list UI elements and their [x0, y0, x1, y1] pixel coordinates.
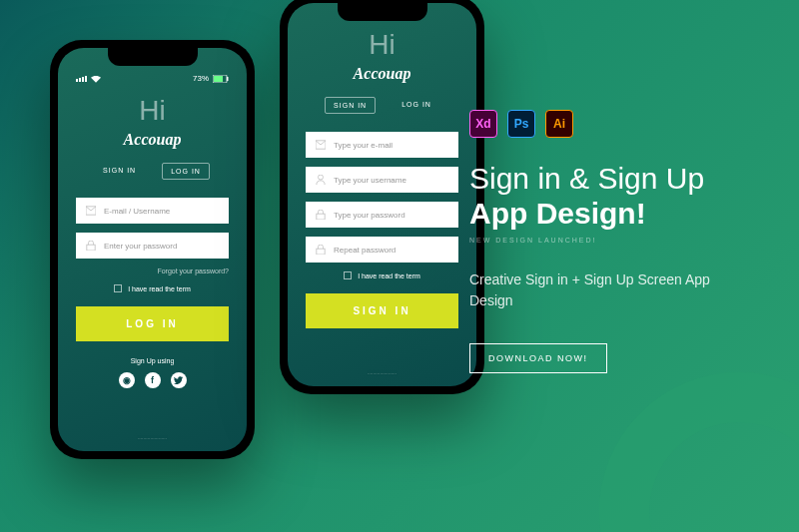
auth-tabs: SIGN IN LOG IN — [306, 97, 458, 114]
download-button[interactable]: DOWNLOAD NOW! — [469, 343, 607, 373]
brand-logo: Accouap — [76, 131, 229, 149]
terms-label: I have read the term — [128, 285, 191, 292]
email-placeholder: E-mail / Username — [104, 207, 170, 216]
description: Creative Sign in + Sign Up Screen App De… — [469, 269, 749, 311]
signup-email-field[interactable]: Type your e-mail — [306, 132, 458, 158]
greeting: Hi — [306, 29, 458, 61]
phone-login: 73% Hi Accouap SIGN IN LOG IN E-mail / U… — [50, 40, 255, 459]
brand-logo: Accouap — [306, 65, 458, 83]
battery-percent: 73% — [193, 74, 209, 83]
terms-checkbox[interactable] — [114, 284, 122, 292]
svg-rect-4 — [87, 245, 95, 251]
auth-tabs: SIGN IN LOG IN — [76, 163, 229, 180]
signup-screen: Hi Accouap SIGN IN LOG IN Type your e-ma… — [288, 3, 476, 386]
twitter-icon[interactable] — [171, 372, 187, 388]
password-field[interactable]: Enter your password — [76, 233, 229, 259]
instagram-icon[interactable]: ◉ — [119, 372, 135, 388]
signup-username-field[interactable]: Type your username — [306, 167, 458, 193]
footer-text: ····················· — [58, 435, 247, 441]
forgot-password-link[interactable]: Forgot your password? — [76, 267, 229, 274]
footer-text: ····················· — [288, 370, 476, 376]
tab-login[interactable]: LOG IN — [394, 97, 439, 114]
phone-mockups: 73% Hi Accouap SIGN IN LOG IN E-mail / U… — [50, 40, 484, 459]
terms-row: I have read the term — [306, 271, 458, 279]
svg-rect-8 — [317, 249, 325, 255]
greeting: Hi — [76, 95, 229, 127]
phone-notch — [108, 48, 198, 66]
lock-icon — [316, 245, 326, 255]
battery-icon — [213, 75, 229, 83]
placeholder: Type your password — [334, 211, 405, 220]
email-field[interactable]: E-mail / Username — [76, 198, 229, 224]
promo-content: Xd Ps Ai Sign in & Sign Up App Design! N… — [469, 110, 749, 373]
placeholder: Type your e-mail — [334, 141, 393, 150]
app-format-icons: Xd Ps Ai — [469, 110, 749, 138]
terms-checkbox[interactable] — [344, 271, 352, 279]
mail-icon — [316, 140, 326, 150]
headline-line1: Sign in & Sign Up — [469, 162, 704, 195]
adobe-ai-icon: Ai — [545, 110, 573, 138]
adobe-ps-icon: Ps — [507, 110, 535, 138]
phone-signup: Hi Accouap SIGN IN LOG IN Type your e-ma… — [280, 0, 484, 394]
login-screen: 73% Hi Accouap SIGN IN LOG IN E-mail / U… — [58, 48, 247, 451]
svg-rect-1 — [214, 76, 223, 82]
decorative-ring — [599, 372, 799, 532]
facebook-icon[interactable]: f — [145, 372, 161, 388]
tab-signin[interactable]: SIGN IN — [95, 163, 144, 180]
signin-button[interactable]: SIGN IN — [306, 293, 458, 328]
svg-point-6 — [319, 175, 324, 180]
wifi-icon — [91, 75, 101, 83]
placeholder: Type your username — [334, 176, 406, 185]
tab-login[interactable]: LOG IN — [162, 163, 210, 180]
signal-icon — [76, 76, 87, 82]
terms-label: I have read the term — [358, 272, 420, 279]
svg-rect-7 — [317, 214, 325, 220]
status-bar: 73% — [76, 74, 229, 83]
headline: Sign in & Sign Up App Design! — [469, 162, 749, 231]
signup-using-label: Sign Up using — [76, 357, 229, 364]
lock-icon — [86, 241, 96, 251]
password-placeholder: Enter your password — [104, 242, 177, 251]
lock-icon — [316, 210, 326, 220]
tab-signin[interactable]: SIGN IN — [325, 97, 376, 114]
signup-password-field[interactable]: Type your password — [306, 202, 458, 228]
placeholder: Repeat password — [334, 246, 396, 255]
login-button[interactable]: LOG IN — [76, 306, 229, 341]
signup-repeat-password-field[interactable]: Repeat password — [306, 237, 458, 263]
svg-rect-2 — [227, 77, 229, 81]
terms-row: I have read the term — [76, 284, 229, 292]
phone-notch — [338, 3, 427, 21]
adobe-xd-icon: Xd — [469, 110, 497, 138]
tagline: NEW DESIGN LAUNCHED! — [469, 237, 749, 244]
mail-icon — [86, 206, 96, 216]
social-row: ◉ f — [76, 372, 229, 388]
user-icon — [316, 175, 326, 185]
headline-line2: App Design! — [469, 197, 646, 230]
